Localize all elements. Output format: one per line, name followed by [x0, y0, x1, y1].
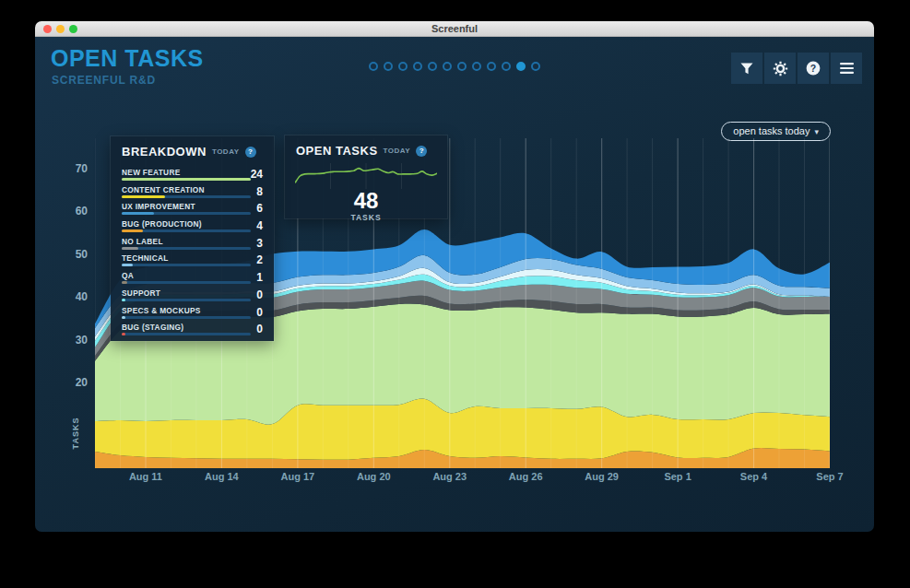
y-tick-label: 20 — [76, 376, 88, 389]
x-tick-label: Aug 26 — [509, 471, 543, 482]
filter-button[interactable] — [731, 53, 762, 84]
gear-icon — [773, 61, 788, 76]
breakdown-row-bar-track — [122, 212, 251, 215]
y-tick-label: 60 — [76, 205, 88, 218]
app-window: Screenful OPEN TASKS SCREENFUL R&D — [35, 21, 874, 532]
breakdown-row-value: 3 — [256, 237, 263, 250]
pager-dot[interactable] — [443, 62, 452, 71]
help-icon[interactable]: ? — [245, 147, 256, 158]
open-tasks-title: OPEN TASKS — [296, 144, 378, 158]
breakdown-row-bar-fill — [122, 247, 138, 250]
pager-dot[interactable] — [502, 62, 511, 71]
breakdown-row-value: 1 — [256, 271, 263, 284]
y-axis-title: TASKS — [71, 406, 80, 461]
breakdown-row-value: 0 — [256, 306, 263, 319]
pager-dot[interactable] — [369, 62, 378, 71]
help-icon[interactable]: ? — [416, 146, 427, 157]
breakdown-row-value: 6 — [256, 202, 263, 215]
breakdown-row-value: 2 — [256, 253, 263, 266]
breakdown-period: TODAY — [212, 147, 240, 156]
sparkline-container — [285, 161, 447, 189]
breakdown-row-label: UX IMPROVEMENT — [122, 199, 263, 211]
menu-icon — [840, 63, 854, 74]
pager-dot-active[interactable] — [516, 62, 526, 71]
breakdown-row-label: SPECS & MOCKUPS — [122, 303, 263, 315]
breakdown-row: BUG (STAGING)0 — [122, 320, 263, 337]
range-selector-label: open tasks today — [733, 125, 810, 136]
dashboard-pager — [369, 62, 540, 71]
traffic-lights — [43, 25, 77, 33]
breakdown-row-value: 24 — [251, 168, 263, 181]
window-titlebar[interactable]: Screenful — [35, 21, 874, 37]
y-tick-label: 40 — [76, 290, 88, 303]
minimize-window-button[interactable] — [56, 25, 65, 33]
pager-dot[interactable] — [531, 62, 540, 71]
breakdown-row: UX IMPROVEMENT6 — [122, 199, 263, 217]
breakdown-row-label: SUPPORT — [122, 286, 263, 298]
breakdown-row-value: 0 — [256, 323, 263, 335]
breakdown-row-value: 4 — [256, 219, 263, 232]
svg-text:?: ? — [810, 63, 816, 74]
toolbar: ? — [731, 53, 862, 84]
y-tick-label: 70 — [76, 162, 88, 175]
breakdown-row-bar-track — [122, 281, 251, 284]
pager-dot[interactable] — [428, 62, 437, 71]
pager-dot[interactable] — [384, 62, 393, 71]
breakdown-row-bar-track — [122, 229, 251, 232]
breakdown-row-value: 0 — [256, 288, 263, 301]
open-tasks-unit: TASKS — [285, 213, 447, 222]
breakdown-row-bar-fill — [122, 281, 127, 284]
dashboard: OPEN TASKS SCREENFUL R&D — [35, 37, 874, 532]
pager-dot[interactable] — [398, 62, 408, 71]
x-tick-label: Aug 23 — [432, 471, 467, 482]
breakdown-row-label: NEW FEATURE — [122, 165, 263, 177]
caret-down-icon: ▾ — [814, 127, 819, 136]
breakdown-row: SPECS & MOCKUPS0 — [122, 303, 263, 321]
breakdown-row-bar-fill — [122, 212, 154, 215]
breakdown-row-bar-track — [122, 247, 251, 250]
breakdown-row-bar-track — [122, 195, 251, 198]
x-axis: Aug 11Aug 14Aug 17Aug 20Aug 23Aug 26Aug … — [95, 471, 830, 486]
breakdown-row-bar-fill — [122, 299, 125, 301]
breakdown-row: TECHNICAL2 — [122, 251, 263, 268]
breakdown-row-bar-fill — [122, 195, 165, 198]
menu-button[interactable] — [831, 53, 862, 84]
breakdown-row-bar-fill — [122, 316, 125, 319]
x-tick-label: Sep 1 — [664, 471, 691, 482]
help-icon: ? — [806, 61, 821, 76]
breakdown-row-label: BUG (STAGING) — [122, 320, 263, 332]
pager-dot[interactable] — [413, 62, 422, 71]
close-window-button[interactable] — [43, 25, 52, 33]
x-tick-label: Aug 20 — [357, 471, 391, 482]
open-tasks-panel-header: OPEN TASKS TODAY ? — [285, 135, 447, 161]
breakdown-row-bar-fill — [122, 333, 125, 335]
breakdown-row-bar-track — [122, 264, 251, 266]
settings-button[interactable] — [764, 53, 796, 84]
breakdown-row: SUPPORT0 — [122, 286, 263, 303]
breakdown-row: QA1 — [122, 268, 263, 286]
x-tick-label: Sep 4 — [740, 471, 767, 482]
pager-dot[interactable] — [487, 62, 496, 71]
pager-dot[interactable] — [457, 62, 467, 71]
breakdown-row-bar-track — [122, 299, 251, 301]
open-tasks-panel: OPEN TASKS TODAY ? 48 TASKS — [285, 135, 447, 218]
open-tasks-count: 48 — [285, 190, 447, 212]
page-title: OPEN TASKS — [51, 45, 204, 72]
breakdown-row-value: 8 — [256, 185, 263, 198]
breakdown-title: BREAKDOWN — [122, 145, 207, 159]
x-tick-label: Sep 7 — [816, 471, 843, 482]
window-title: Screenful — [35, 21, 874, 37]
pager-dot[interactable] — [472, 62, 481, 71]
breakdown-panel: BREAKDOWN TODAY ? NEW FEATURE24CONTENT C… — [111, 136, 274, 341]
zoom-window-button[interactable] — [69, 25, 77, 33]
breakdown-row-label: BUG (PRODUCTION) — [122, 217, 263, 229]
help-button[interactable]: ? — [798, 53, 829, 84]
breakdown-row: BUG (PRODUCTION)4 — [122, 217, 263, 234]
breakdown-row-label: CONTENT CREATION — [122, 182, 263, 194]
screen-background: Screenful OPEN TASKS SCREENFUL R&D — [0, 0, 910, 588]
breakdown-row: NO LABEL3 — [122, 234, 263, 252]
page-subtitle: SCREENFUL R&D — [52, 74, 156, 87]
breakdown-row-bar-fill — [122, 264, 133, 266]
sparkline-chart — [295, 163, 437, 189]
x-tick-label: Aug 29 — [585, 471, 619, 482]
